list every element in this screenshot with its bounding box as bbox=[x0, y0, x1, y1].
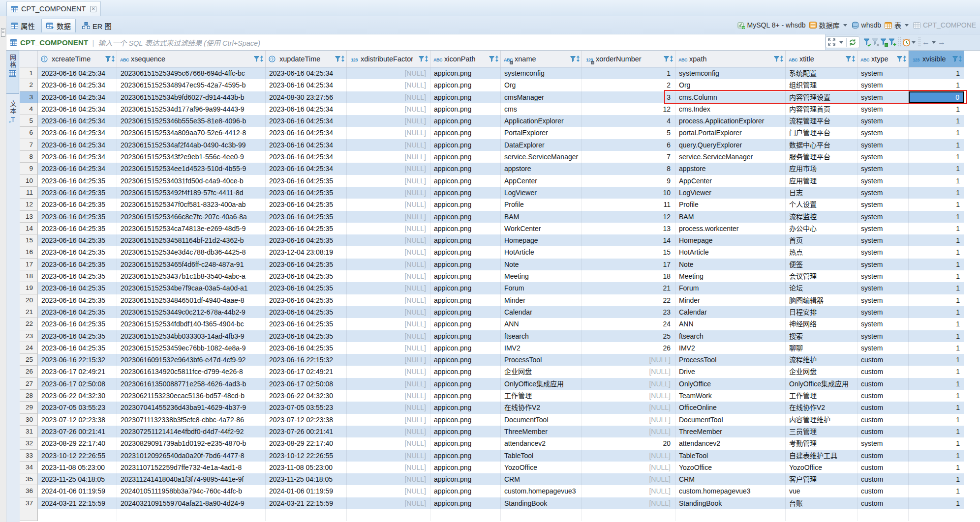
cell-xdistributeFactor[interactable]: [NULL] bbox=[347, 462, 430, 473]
cell-xvisible[interactable]: 1 bbox=[909, 330, 964, 342]
cell-xtype[interactable]: custom bbox=[858, 402, 909, 413]
row-number[interactable]: 24 bbox=[20, 342, 38, 354]
cell-xsequence[interactable]: 20231107152259d7ffe732-4e1a-4ad1-8 bbox=[117, 462, 266, 473]
cell-xiconPath[interactable]: appicon.png bbox=[430, 318, 501, 330]
row-number[interactable]: 37 bbox=[20, 497, 38, 509]
cell-xtitle[interactable]: vue bbox=[786, 485, 858, 497]
cell-xiconPath[interactable]: appicon.png bbox=[430, 187, 501, 199]
cell-xcreateTime[interactable]: 2023-06-22 04:32:30 bbox=[38, 390, 117, 402]
cell-xorderNumber[interactable]: 6 bbox=[582, 139, 675, 151]
cell-xvisible[interactable]: 1 bbox=[909, 103, 964, 115]
cell-xorderNumber[interactable]: 26 bbox=[582, 342, 675, 354]
cell-xpath[interactable]: cms.Index bbox=[675, 103, 786, 115]
cell-xtype[interactable]: system bbox=[858, 151, 909, 163]
row-number[interactable]: 18 bbox=[20, 270, 38, 282]
chevron-down-icon[interactable] bbox=[839, 41, 843, 44]
cell-xdistributeFactor[interactable]: [NULL] bbox=[347, 67, 430, 79]
cell-xcreateTime[interactable]: 2023-11-08 05:23:00 bbox=[38, 462, 117, 473]
cell-xcreateTime[interactable]: 2023-06-16 04:25:35 bbox=[38, 306, 117, 318]
cell-xname[interactable]: OnlyOffice集成应用 bbox=[501, 378, 582, 390]
cell-xiconPath[interactable]: appicon.png bbox=[430, 151, 501, 163]
cell-xvisible[interactable]: 0 bbox=[909, 91, 964, 103]
cell-xupdateTime[interactable]: 2023-06-22 04:32:30 bbox=[266, 390, 347, 402]
cell-xiconPath[interactable]: appicon.png bbox=[430, 199, 501, 210]
cell-xdistributeFactor[interactable]: [NULL] bbox=[347, 211, 430, 223]
cell-xiconPath[interactable]: appicon.png bbox=[430, 462, 501, 473]
expand-icon[interactable] bbox=[828, 38, 836, 47]
cell-xorderNumber[interactable]: 11 bbox=[582, 199, 675, 210]
cell-xsequence[interactable]: 202307041455236d43ba91-4629-4b37-9 bbox=[117, 402, 266, 413]
cell-xtype[interactable]: system bbox=[858, 175, 909, 187]
cell-xname[interactable]: 企业网盘 bbox=[501, 366, 582, 377]
cell-xorderNumber[interactable]: 12 bbox=[582, 103, 675, 115]
cell-xiconPath[interactable]: appicon.png bbox=[430, 294, 501, 306]
cell-xtype[interactable]: system bbox=[858, 91, 909, 103]
cell-xupdateTime[interactable]: 2023-06-16 04:25:35 bbox=[266, 294, 347, 306]
cell-xpath[interactable]: portal.PortalExplorer bbox=[675, 127, 786, 139]
cell-xpath[interactable]: BAM bbox=[675, 211, 786, 223]
cell-xtitle[interactable]: 个人设置 bbox=[786, 199, 858, 210]
cell-xpath[interactable]: Homepage bbox=[675, 234, 786, 246]
cell-xtype[interactable]: custom bbox=[858, 497, 909, 509]
cell-xsequence[interactable]: 2023061515253466c8e7fc-207c-40a6-8a bbox=[117, 211, 266, 223]
cell-xtype[interactable]: custom bbox=[858, 366, 909, 377]
cell-xsequence[interactable]: 202310120926540da0a20f-7bd6-4477-8 bbox=[117, 450, 266, 462]
cell-xdistributeFactor[interactable]: [NULL] bbox=[347, 115, 430, 127]
cell-xsequence[interactable]: 20230616134920c5811fce-d799-4e26-8 bbox=[117, 366, 266, 377]
cell-xupdateTime[interactable]: 2023-11-25 04:18:05 bbox=[266, 473, 347, 485]
cell-xiconPath[interactable]: appicon.png bbox=[430, 473, 501, 485]
cell-xtitle[interactable]: 工作管理 bbox=[786, 390, 858, 402]
cell-xiconPath[interactable]: appicon.png bbox=[430, 270, 501, 282]
cell-xcreateTime[interactable]: 2024-01-06 01:19:59 bbox=[38, 485, 117, 497]
presentation-text-tab[interactable]: 文本 bbox=[6, 97, 19, 141]
cell-xvisible[interactable]: 1 bbox=[909, 485, 964, 497]
cell-xorderNumber[interactable]: [NULL] bbox=[582, 378, 675, 390]
cell-xname[interactable]: Org bbox=[501, 79, 582, 91]
column-header-xtype[interactable]: ABCxtype bbox=[858, 51, 909, 67]
cell-xpath[interactable]: Meeting bbox=[675, 270, 786, 282]
cell-xtype[interactable]: custom bbox=[858, 414, 909, 426]
cell-xvisible[interactable]: 1 bbox=[909, 223, 964, 234]
cell-xsequence[interactable]: 20230615152534e3d4c788-db36-4425-8 bbox=[117, 246, 266, 258]
cell-xpath[interactable]: Note bbox=[675, 259, 786, 270]
cell-xtype[interactable]: system bbox=[858, 211, 909, 223]
sort-icon[interactable] bbox=[576, 56, 580, 62]
row-number[interactable]: 3 bbox=[20, 91, 38, 103]
cell-xdistributeFactor[interactable]: [NULL] bbox=[347, 175, 430, 187]
row-number[interactable]: 27 bbox=[20, 378, 38, 390]
cell-xorderNumber[interactable]: [NULL] bbox=[582, 450, 675, 462]
cell-xsequence[interactable]: 2023061515253459ec76bb-1082-4e8a-9 bbox=[117, 342, 266, 354]
cell-xcreateTime[interactable]: 2023-06-16 04:25:35 bbox=[38, 342, 117, 354]
cell-xsequence[interactable]: 20230615152534b9fd6027-d914-443b-b bbox=[117, 91, 266, 103]
column-header-xvisible[interactable]: 123xvisible bbox=[909, 51, 964, 67]
cell-xiconPath[interactable]: appicon.png bbox=[430, 234, 501, 246]
sort-icon[interactable] bbox=[903, 56, 907, 62]
cell-xtype[interactable]: system bbox=[858, 139, 909, 151]
cell-xtitle[interactable]: 三员管理 bbox=[786, 426, 858, 437]
cell-xupdateTime[interactable]: 2023-06-17 02:50:08 bbox=[266, 378, 347, 390]
cell-xorderNumber[interactable]: [NULL] bbox=[582, 473, 675, 485]
cell-xname[interactable]: ThreeMember bbox=[501, 426, 582, 437]
cell-xtype[interactable]: custom bbox=[858, 378, 909, 390]
cell-xcreateTime[interactable]: 2023-06-16 04:25:34 bbox=[38, 103, 117, 115]
cell-xname[interactable]: cmsManager bbox=[501, 91, 582, 103]
cell-xpath[interactable]: Calendar bbox=[675, 306, 786, 318]
column-header-xorderNumber[interactable]: 123xorderNumber bbox=[582, 51, 675, 67]
schema-item[interactable]: whsdb bbox=[852, 21, 881, 29]
cell-xupdateTime[interactable]: 2023-07-12 02:23:38 bbox=[266, 414, 347, 426]
cell-xpath[interactable]: HotArticle bbox=[675, 246, 786, 258]
cell-xsequence[interactable]: 20230615152534ca74813e-e269-48d5-9 bbox=[117, 223, 266, 234]
row-number[interactable]: 31 bbox=[20, 426, 38, 437]
cell-xpath[interactable]: Minder bbox=[675, 294, 786, 306]
cell-xupdateTime[interactable]: 2023-06-16 04:25:34 bbox=[266, 127, 347, 139]
cell-xcreateTime[interactable]: 2023-06-16 04:25:35 bbox=[38, 318, 117, 330]
cell-xupdateTime[interactable]: 2023-06-16 22:15:32 bbox=[266, 354, 347, 366]
filter-funnel-icon[interactable] bbox=[846, 56, 851, 62]
cell-xvisible[interactable]: 1 bbox=[909, 234, 964, 246]
cell-xdistributeFactor[interactable]: [NULL] bbox=[347, 354, 430, 366]
cell-xdistributeFactor[interactable]: [NULL] bbox=[347, 259, 430, 270]
filter-funnel-icon[interactable] bbox=[105, 56, 111, 62]
cell-xorderNumber[interactable]: 1 bbox=[582, 67, 675, 79]
cell-xcreateTime[interactable]: 2024-03-21 22:15:59 bbox=[38, 497, 117, 509]
cell-xname[interactable]: 工作管理 bbox=[501, 390, 582, 402]
